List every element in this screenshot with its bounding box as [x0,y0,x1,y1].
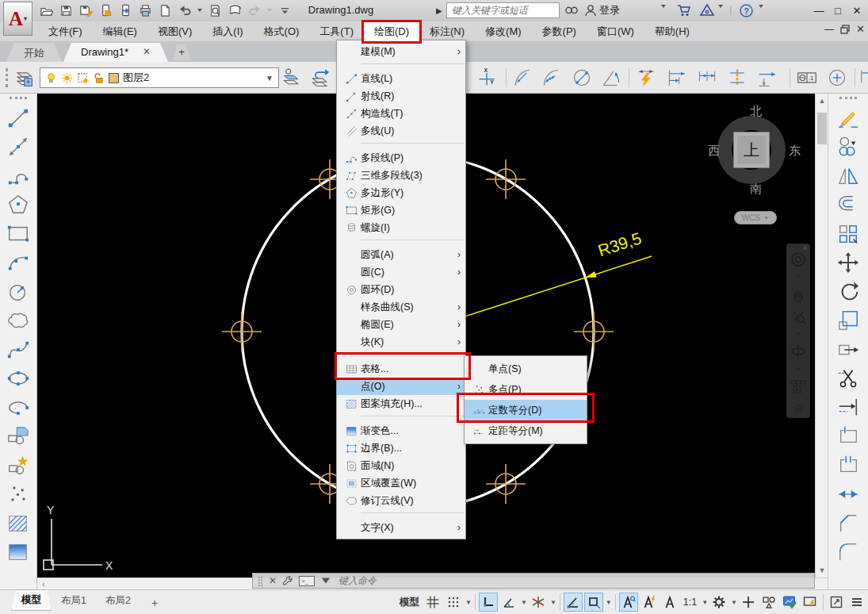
menu-item[interactable]: 修订云线(V) [337,492,465,509]
isodraft-icon[interactable] [529,593,548,612]
menu-item[interactable]: 螺旋(I) [337,219,465,236]
layer-on-bulb-icon[interactable] [45,72,57,84]
close-button[interactable]: ✕ [847,0,866,21]
rectangle-icon[interactable] [6,222,31,246]
menubar-item[interactable]: 编辑(E) [93,22,147,41]
command-close-icon[interactable]: ✕ [269,575,277,586]
menubar-item[interactable]: 参数(P) [532,22,587,41]
arc-icon[interactable] [6,251,31,274]
menubar-item[interactable]: 插入(I) [202,22,253,41]
steering-wheel-icon[interactable] [790,251,806,267]
workspace-caret-icon[interactable]: ▼ [731,599,737,606]
dim-jogged-icon[interactable] [539,67,564,89]
zoom-icon[interactable] [790,309,806,324]
dim-linear-jog-icon[interactable] [755,67,780,89]
rotate-icon[interactable] [835,280,861,304]
viewcube-west-label[interactable]: 西 [708,144,720,159]
spline-icon[interactable] [6,338,31,362]
layer-properties-icon[interactable] [11,67,36,89]
layer-unlock-icon[interactable] [93,72,105,84]
vertical-scroll-thumb[interactable] [817,113,827,144]
minimize-button[interactable]: — [809,0,828,21]
menu-item[interactable]: 定距等分(M) [465,420,587,441]
polygon-icon[interactable] [6,193,31,217]
annotation-scale-icon[interactable] [660,593,679,612]
dim-baseline-icon[interactable] [664,67,690,89]
file-tab[interactable]: 开始 [6,43,62,62]
command-grip[interactable] [258,576,263,586]
layer-viewport-freeze-icon[interactable] [77,72,89,84]
signin-user-icon[interactable]: 登录 [584,3,620,17]
multiple-points-icon[interactable] [6,482,31,506]
app-store-cart-icon[interactable] [676,3,692,17]
menu-item[interactable]: 多线(U) [337,122,465,140]
save-to-web-mobile-icon[interactable] [117,2,133,18]
menubar-item[interactable]: 工具(T) [309,22,364,41]
doc-close-icon[interactable]: ✕ [856,23,865,35]
undo-caret-icon[interactable] [197,7,203,13]
menu-item[interactable]: 块(K)› [337,333,465,351]
open-from-web-mobile-icon[interactable] [98,2,113,18]
join-icon[interactable] [835,482,861,506]
signin-label[interactable]: 登录 [599,3,620,17]
layer-thaw-sun-icon[interactable] [61,72,73,84]
crosshair-plus-icon[interactable] [739,593,758,612]
dim-ordinate-icon[interactable] [725,67,750,89]
save-as-icon[interactable] [78,2,94,18]
open-icon[interactable] [38,2,54,18]
menubar-item[interactable]: 绘图(D) [364,22,419,41]
menubar-item[interactable]: 修改(M) [475,22,532,41]
plot-preview-icon[interactable] [207,2,223,18]
revision-cloud-icon[interactable] [6,309,31,332]
menu-item[interactable]: 圆(C)› [337,263,465,281]
toolbar-grip[interactable] [6,68,8,87]
isolate-objects-icon[interactable] [759,593,778,612]
doc-minimize-icon[interactable]: — [824,24,834,35]
menu-item[interactable]: 椭圆(E)› [337,316,465,333]
stretch-icon[interactable] [835,338,861,362]
dim-edit-icon[interactable] [858,67,868,89]
offset-icon[interactable] [835,193,861,217]
sheet-set-icon[interactable] [227,2,243,18]
apps-caret-icon[interactable] [717,3,724,10]
search-input[interactable] [450,3,556,17]
performance-monitor-icon[interactable] [801,593,820,612]
menu-item[interactable]: 边界(B)... [337,439,465,457]
annotation-scale-value[interactable]: 1:1 [681,597,699,608]
search-box[interactable] [446,2,560,18]
annotation-autoscale-icon[interactable] [640,593,659,612]
make-block-icon[interactable] [6,454,31,478]
doc-restore-icon[interactable] [840,25,850,34]
grid-icon[interactable] [423,593,442,612]
layer-dropdown-caret-icon[interactable]: ▼ [266,74,273,83]
menu-item[interactable]: 区域覆盖(W) [337,474,465,492]
circle-icon[interactable] [6,280,31,304]
navbar-caret-icon[interactable] [790,274,806,280]
snap-caret-icon[interactable]: ▼ [465,599,472,606]
dim-angular-icon[interactable] [598,67,624,89]
workspace-gear-icon[interactable] [709,593,728,612]
vertical-scrollbar[interactable]: ▲ ▼ [815,94,828,578]
new-drawing-tab-button[interactable]: + [173,44,190,60]
ellipse-icon[interactable] [6,366,31,390]
chamfer-icon[interactable] [835,512,861,535]
menu-item[interactable]: 圆环(D) [337,281,465,298]
autodesk-app-icon[interactable] [699,3,715,17]
command-line[interactable]: ✕ >_ [252,573,815,589]
signin-caret-icon[interactable] [660,3,667,10]
menu-item[interactable]: 矩形(G) [337,201,465,219]
help-caret-icon[interactable] [758,3,764,10]
gradient-icon[interactable] [6,540,31,564]
plot-icon[interactable] [137,2,153,18]
command-input[interactable] [337,574,809,587]
modify-toolbar-grip[interactable] [839,97,857,99]
navbar-minimize-icon[interactable] [790,404,806,413]
model-space-toggle[interactable]: 模型 [397,596,422,609]
menu-item[interactable]: 表格... [337,360,465,378]
layer-color-swatch[interactable] [109,73,119,83]
ortho-icon[interactable] [479,593,498,612]
scroll-down-icon[interactable]: ▼ [818,566,826,574]
array-icon[interactable] [835,222,861,246]
new-layout-button[interactable]: + [147,595,163,611]
ucs-icon[interactable]: XY [474,67,499,89]
